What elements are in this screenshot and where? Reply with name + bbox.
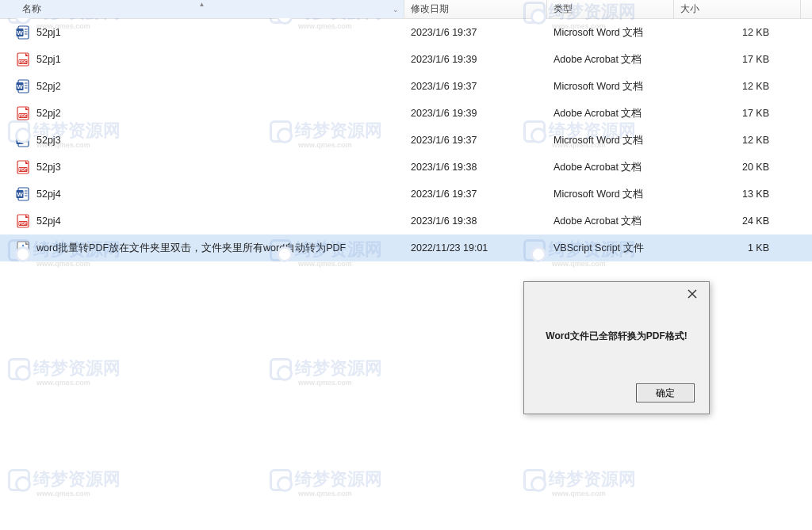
column-header-name[interactable]: 名称 ▲ ⌄ xyxy=(0,0,404,18)
file-date-cell: 2023/1/6 19:37 xyxy=(404,189,547,200)
file-size-cell: 20 KB xyxy=(674,162,801,173)
file-size-cell: 1 KB xyxy=(674,242,801,254)
file-date-cell: 2023/1/6 19:38 xyxy=(404,162,547,173)
file-name-text: 52pj2 xyxy=(36,108,61,119)
file-row[interactable]: 52pj12023/1/6 19:37Microsoft Word 文档12 K… xyxy=(0,19,812,46)
file-name-cell[interactable]: 52pj4 xyxy=(0,187,404,201)
vbs-file-icon xyxy=(16,241,30,255)
dialog-message: Word文件已全部轩换为PDF格式! xyxy=(524,306,709,351)
file-row[interactable]: word批量转PDF放在文件夹里双击，文件夹里所有word自动转为PDF2022… xyxy=(0,234,812,261)
file-type-cell: Microsoft Word 文档 xyxy=(547,26,674,40)
column-size-label: 大小 xyxy=(680,2,699,16)
file-name-cell[interactable]: word批量转PDF放在文件夹里双击，文件夹里所有word自动转为PDF xyxy=(0,241,404,255)
file-name-text: 52pj1 xyxy=(36,27,61,38)
column-name-label: 名称 xyxy=(22,2,41,16)
file-type-cell: Adobe Acrobat 文档 xyxy=(547,107,674,120)
watermark-url: www.qmes.com xyxy=(36,490,121,498)
file-date-cell: 2023/1/6 19:37 xyxy=(404,81,547,92)
file-size-cell: 13 KB xyxy=(674,189,801,200)
word-file-icon xyxy=(16,187,30,201)
column-header-row: 名称 ▲ ⌄ 修改日期 类型 大小 xyxy=(0,0,812,19)
watermark-text: 绮梦资源网 xyxy=(295,358,382,378)
pdf-file-icon xyxy=(16,52,30,67)
file-size-cell: 17 KB xyxy=(674,54,801,65)
column-header-date[interactable]: 修改日期 xyxy=(404,0,547,18)
file-name-cell[interactable]: 52pj1 xyxy=(0,25,404,40)
file-name-cell[interactable]: 52pj4 xyxy=(0,214,404,228)
file-name-text: 52pj2 xyxy=(36,81,61,92)
file-name-cell[interactable]: 52pj3 xyxy=(0,133,404,147)
file-date-cell: 2022/11/23 19:01 xyxy=(404,242,547,254)
file-name-text: 52pj3 xyxy=(36,135,61,146)
watermark-url: www.qmes.com xyxy=(298,379,382,387)
file-row[interactable]: 52pj42023/1/6 19:37Microsoft Word 文档13 K… xyxy=(0,181,812,208)
file-date-cell: 2023/1/6 19:38 xyxy=(404,215,547,227)
word-file-icon xyxy=(16,79,30,93)
file-type-cell: Microsoft Word 文档 xyxy=(547,188,674,201)
chevron-down-icon[interactable]: ⌄ xyxy=(393,6,399,13)
file-type-cell: Microsoft Word 文档 xyxy=(547,134,674,147)
file-size-cell: 24 KB xyxy=(674,215,801,227)
file-name-text: 52pj1 xyxy=(36,54,61,65)
file-type-cell: Adobe Acrobat 文档 xyxy=(547,215,674,228)
file-date-cell: 2023/1/6 19:37 xyxy=(404,27,547,38)
file-row[interactable]: 52pj32023/1/6 19:38Adobe Acrobat 文档20 KB xyxy=(0,154,812,181)
file-row[interactable]: 52pj22023/1/6 19:37Microsoft Word 文档12 K… xyxy=(0,73,812,100)
file-row[interactable]: 52pj22023/1/6 19:39Adobe Acrobat 文档17 KB xyxy=(0,100,812,127)
column-header-size[interactable]: 大小 xyxy=(674,0,801,18)
word-file-icon xyxy=(16,25,30,40)
file-name-cell[interactable]: 52pj2 xyxy=(0,79,404,93)
file-row[interactable]: 52pj12023/1/6 19:39Adobe Acrobat 文档17 KB xyxy=(0,46,812,73)
file-type-cell: Adobe Acrobat 文档 xyxy=(547,53,674,67)
column-type-label: 类型 xyxy=(553,2,573,16)
watermark-text: 绮梦资源网 xyxy=(549,469,636,489)
file-date-cell: 2023/1/6 19:39 xyxy=(404,54,547,65)
file-name-text: 52pj3 xyxy=(36,162,61,173)
column-header-type[interactable]: 类型 xyxy=(547,0,674,18)
file-size-cell: 12 KB xyxy=(674,27,801,38)
file-name-cell[interactable]: 52pj3 xyxy=(0,160,404,174)
watermark-text: 绮梦资源网 xyxy=(295,469,382,489)
pdf-file-icon xyxy=(16,106,30,120)
file-size-cell: 12 KB xyxy=(674,81,801,92)
file-row[interactable]: 52pj32023/1/6 19:37Microsoft Word 文档12 K… xyxy=(0,127,812,154)
watermark-url: www.qmes.com xyxy=(552,490,636,498)
close-icon[interactable] xyxy=(682,285,703,303)
file-name-cell[interactable]: 52pj1 xyxy=(0,52,404,67)
file-row[interactable]: 52pj42023/1/6 19:38Adobe Acrobat 文档24 KB xyxy=(0,208,812,234)
watermark-url: www.qmes.com xyxy=(36,379,121,387)
column-date-label: 修改日期 xyxy=(411,2,449,16)
file-name-text: 52pj4 xyxy=(36,189,61,200)
file-list: 52pj12023/1/6 19:37Microsoft Word 文档12 K… xyxy=(0,19,812,261)
file-type-cell: Adobe Acrobat 文档 xyxy=(547,161,674,174)
watermark-text: 绮梦资源网 xyxy=(33,358,121,378)
word-file-icon xyxy=(16,133,30,147)
file-name-text: word批量转PDF放在文件夹里双击，文件夹里所有word自动转为PDF xyxy=(36,242,346,255)
file-type-cell: VBScript Script 文件 xyxy=(547,242,674,255)
pdf-file-icon xyxy=(16,160,30,174)
watermark-url: www.qmes.com xyxy=(298,490,382,498)
file-date-cell: 2023/1/6 19:37 xyxy=(404,135,547,146)
file-name-text: 52pj4 xyxy=(36,215,61,227)
message-dialog: Word文件已全部轩换为PDF格式! 确定 xyxy=(523,281,710,414)
sort-ascending-icon: ▲ xyxy=(199,1,205,8)
watermark-text: 绮梦资源网 xyxy=(33,469,121,489)
pdf-file-icon xyxy=(16,214,30,228)
file-name-cell[interactable]: 52pj2 xyxy=(0,106,404,120)
file-size-cell: 17 KB xyxy=(674,108,801,119)
file-size-cell: 12 KB xyxy=(674,135,801,146)
file-date-cell: 2023/1/6 19:39 xyxy=(404,108,547,119)
file-type-cell: Microsoft Word 文档 xyxy=(547,80,674,93)
dialog-titlebar[interactable] xyxy=(524,282,709,306)
ok-button[interactable]: 确定 xyxy=(636,383,695,402)
